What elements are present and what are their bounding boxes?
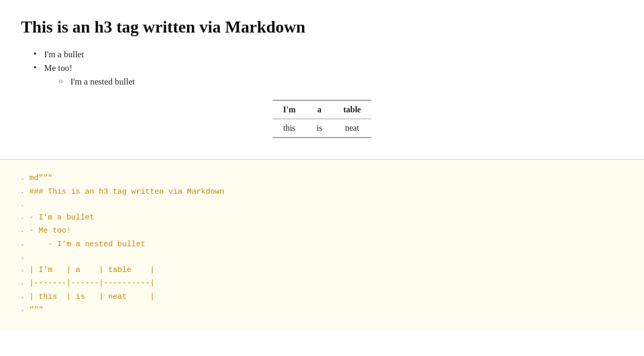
code-line: •""" (21, 304, 623, 317)
markdown-table: I'm a table this is neat (273, 100, 371, 138)
line-bullet: • (21, 189, 24, 197)
markdown-heading: This is an h3 tag written via Markdown (21, 17, 623, 37)
code-text: | I'm | a | table | (29, 264, 154, 277)
code-text: |-------|------|----------| (29, 277, 154, 290)
list-item-1: I'm a bullet (34, 49, 623, 60)
code-text: """ (29, 304, 44, 317)
line-bullet: • (21, 242, 24, 249)
line-bullet: • (21, 280, 24, 288)
code-line: • - I'm a nested bullet (21, 238, 623, 251)
code-line: •- Me too! (21, 225, 623, 237)
table-header-col-1: I'm (273, 100, 306, 119)
code-text: - I'm a bullet (29, 212, 95, 224)
code-line: •### This is an h3 tag written via Markd… (21, 186, 623, 198)
code-text: - I'm a nested bullet (29, 238, 146, 251)
table-header-col-2: a (306, 100, 333, 119)
bullet-list: I'm a bullet Me too! I'm a nested bullet (34, 49, 623, 87)
source-code-panel: •md"""•### This is an h3 tag written via… (0, 160, 644, 330)
line-bullet: • (21, 215, 24, 223)
line-bullet: • (21, 255, 24, 263)
code-line: •- I'm a bullet (21, 212, 623, 224)
table-header-row: I'm a table (273, 100, 371, 119)
nested-list-item-1: I'm a nested bullet (59, 77, 623, 87)
code-text: md""" (29, 172, 53, 185)
line-bullet: • (21, 267, 24, 275)
table-cell-1: this (273, 119, 306, 138)
rendered-markdown-panel: This is an h3 tag written via Markdown I… (0, 0, 644, 160)
line-bullet: • (21, 175, 24, 183)
line-bullet: • (21, 307, 24, 315)
code-line: • (21, 199, 623, 210)
nested-list: I'm a nested bullet (59, 77, 623, 87)
table-cell-3: neat (333, 119, 371, 138)
list-item-2: Me too! I'm a nested bullet (34, 63, 623, 87)
table-cell-2: is (306, 119, 333, 138)
code-line: •| this | is | neat | (21, 291, 623, 303)
code-line: • (21, 252, 623, 263)
table-wrapper: I'm a table this is neat (21, 100, 623, 138)
code-text: | this | is | neat | (29, 291, 154, 303)
line-bullet: • (21, 202, 24, 210)
code-text: - Me too! (29, 225, 71, 237)
table-header-col-3: table (333, 100, 371, 119)
code-line: •|-------|------|----------| (21, 277, 623, 290)
line-bullet: • (21, 294, 24, 302)
code-text: ### This is an h3 tag written via Markdo… (29, 186, 224, 198)
line-bullet: • (21, 228, 24, 236)
code-line: •md""" (21, 172, 623, 185)
table-row: this is neat (273, 119, 371, 138)
code-line: •| I'm | a | table | (21, 264, 623, 277)
